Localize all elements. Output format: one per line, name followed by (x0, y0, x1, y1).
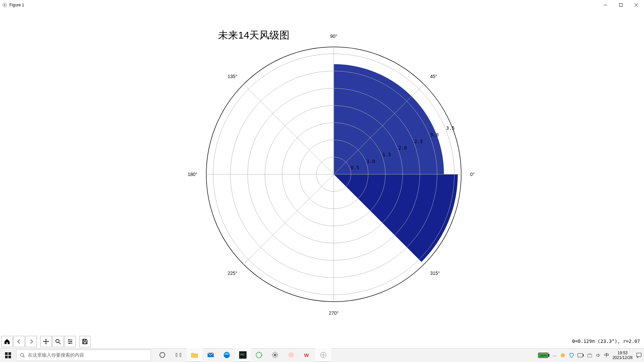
wps-app[interactable]: W (299, 348, 315, 362)
svg-text:3.0: 3.0 (430, 132, 439, 137)
svg-text:0.5: 0.5 (351, 165, 359, 170)
mpl-toolbar (1, 336, 91, 347)
forward-button[interactable] (25, 336, 37, 347)
svg-text:90°: 90° (330, 34, 337, 39)
ime-indicator[interactable]: 中 (604, 352, 609, 358)
configure-button[interactable] (64, 336, 76, 347)
zoom-icon (55, 338, 61, 345)
svg-rect-47 (180, 353, 181, 357)
zoom-button[interactable] (52, 336, 64, 347)
svg-point-52 (256, 352, 262, 358)
svg-rect-62 (583, 354, 584, 356)
save-button[interactable] (79, 336, 91, 347)
svg-text:2.0: 2.0 (398, 145, 407, 150)
svg-line-16 (244, 174, 334, 264)
settings-app[interactable] (267, 348, 283, 362)
windows-icon (5, 352, 11, 358)
svg-point-34 (56, 339, 59, 343)
svg-rect-2 (620, 4, 623, 7)
svg-rect-64 (637, 353, 641, 357)
app-pink[interactable] (283, 348, 299, 362)
explorer-app[interactable] (186, 348, 203, 362)
svg-text:180°: 180° (187, 172, 197, 177)
wps-icon: W (304, 351, 311, 359)
mail-app[interactable] (203, 348, 219, 362)
cursor-status: θ=0.129π (23.3°), r=2.07 (572, 339, 640, 344)
close-button[interactable] (629, 0, 644, 10)
arrow-right-icon (28, 338, 35, 345)
window-titlebar: Figure 1 (0, 0, 644, 10)
battery-icon[interactable]: 100% (538, 353, 549, 358)
battery-small-icon[interactable] (578, 353, 584, 357)
figure-canvas[interactable]: 未来14天风级图 0°45°90°135°180°225°270°315°0.5… (0, 10, 644, 346)
taskbar-clock[interactable]: 19:53 2021/12/28 (612, 351, 633, 360)
taskbar-search[interactable]: 在这里输入你要搜索的内容 (16, 350, 151, 361)
python-figure-app[interactable] (315, 348, 331, 362)
network-icon[interactable] (587, 353, 592, 358)
shield-icon[interactable] (569, 353, 574, 358)
clock-time: 19:53 (612, 351, 633, 355)
svg-text:0°: 0° (470, 172, 475, 177)
svg-rect-61 (578, 354, 583, 357)
volume-icon[interactable] (596, 353, 601, 358)
tray-icon-1[interactable] (560, 353, 566, 358)
svg-text:315°: 315° (430, 270, 440, 276)
svg-text:W: W (304, 353, 309, 358)
svg-text:100%: 100% (539, 354, 547, 357)
pycharm-app[interactable]: PC (235, 348, 251, 362)
svg-point-60 (561, 353, 565, 357)
minimize-button[interactable] (598, 0, 613, 10)
svg-rect-39 (84, 342, 86, 344)
svg-rect-58 (548, 354, 549, 357)
move-icon (43, 338, 49, 345)
mail-icon (207, 351, 214, 359)
svg-text:PC: PC (240, 353, 245, 356)
svg-point-54 (288, 352, 294, 358)
edge-app[interactable] (219, 348, 235, 362)
sliders-icon (67, 338, 73, 345)
svg-point-53 (274, 354, 276, 356)
svg-text:225°: 225° (228, 270, 237, 276)
maximize-button[interactable] (613, 0, 629, 10)
svg-text:270°: 270° (329, 310, 339, 316)
svg-line-14 (244, 84, 334, 174)
save-icon (82, 338, 88, 345)
search-icon (20, 353, 25, 358)
system-tray: 100% ︿ 中 19:53 2021/12/28 (538, 351, 644, 360)
svg-text:45°: 45° (430, 74, 437, 79)
svg-rect-43 (8, 356, 11, 358)
window-title: Figure 1 (9, 3, 24, 7)
notifications-icon[interactable] (636, 352, 642, 358)
svg-rect-40 (5, 352, 8, 355)
svg-point-37 (69, 343, 70, 344)
windows-taskbar: 在这里输入你要搜索的内容 PC W 100% ︿ 中 19:53 2021/12… (0, 348, 644, 362)
clock-date: 2021/12/28 (612, 355, 633, 360)
svg-point-44 (20, 353, 23, 356)
arrow-left-icon (16, 338, 22, 345)
chevron-up-icon[interactable]: ︿ (553, 353, 557, 358)
matplotlib-icon (320, 351, 327, 359)
svg-point-35 (68, 339, 69, 340)
task-view-button[interactable] (154, 348, 170, 362)
svg-point-1 (4, 4, 5, 6)
cortana-button[interactable] (170, 348, 186, 362)
home-icon (4, 338, 10, 345)
start-button[interactable] (0, 349, 16, 362)
svg-text:3.5: 3.5 (446, 125, 454, 131)
svg-text:135°: 135° (228, 74, 237, 79)
folder-icon (191, 351, 198, 359)
pycharm-icon: PC (239, 351, 247, 359)
edge-icon (223, 351, 230, 359)
search-placeholder: 在这里输入你要搜索的内容 (28, 352, 84, 358)
back-button[interactable] (13, 336, 25, 347)
pan-button[interactable] (40, 336, 52, 347)
svg-point-36 (71, 341, 72, 342)
svg-rect-42 (5, 356, 8, 358)
svg-rect-46 (176, 353, 177, 357)
app-green[interactable] (251, 348, 267, 362)
home-button[interactable] (1, 336, 13, 347)
gear-icon (271, 351, 279, 359)
pink-icon (287, 351, 295, 359)
svg-rect-38 (84, 339, 86, 341)
svg-text:1.0: 1.0 (367, 159, 375, 164)
